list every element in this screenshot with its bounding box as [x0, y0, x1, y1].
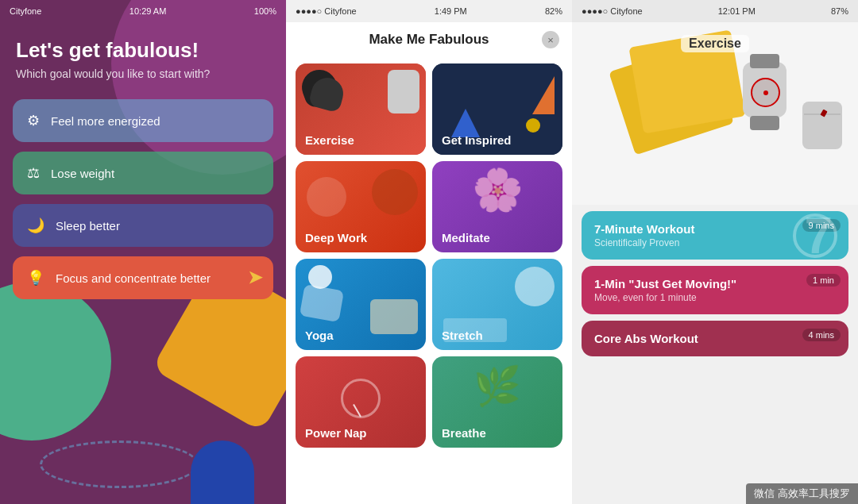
meditate-label: Meditate — [442, 231, 490, 244]
status-bar-2: ●●●●○ Cityfone 1:49 PM 82% — [286, 0, 572, 22]
workout-1min-sub: Move, even for 1 minute — [594, 292, 836, 303]
inspired-circle — [526, 118, 540, 133]
focus-arrow-icon: ➤ — [248, 267, 262, 288]
card-deepwork[interactable]: Deep Work — [296, 161, 426, 252]
card-breathe[interactable]: 🌿 Breathe — [432, 356, 562, 448]
sleep-icon: 🌙 — [27, 217, 44, 234]
battery-1: 100% — [254, 6, 276, 16]
stretch-label: Stretch — [442, 329, 483, 342]
breathe-label: Breathe — [442, 426, 486, 440]
card-meditate[interactable]: 🌸 Meditate — [432, 161, 562, 252]
workout-core[interactable]: 4 mins Core Abs Workout — [582, 321, 848, 356]
bg-decoration-2 — [0, 282, 111, 441]
yoga-body — [300, 284, 344, 322]
modal-header: Make Me Fabulous × — [286, 22, 572, 57]
workout-1min-time: 1 min — [806, 274, 841, 287]
deepwork-circle2 — [307, 177, 346, 217]
road-decoration — [40, 441, 199, 488]
powernap-label: Power Nap — [305, 426, 367, 440]
workout-1min-title: 1-Min "Just Get Moving!" — [594, 277, 836, 290]
carrier-2: ●●●●○ Cityfone — [296, 6, 357, 16]
yoga-mat — [370, 299, 418, 334]
option-energized[interactable]: ⚙ Feel more energized — [13, 99, 273, 142]
workout-7min[interactable]: 9 mins 7 7-Minute Workout Scientifically… — [582, 211, 848, 260]
card-powernap[interactable]: Power Nap — [296, 356, 426, 448]
card-yoga[interactable]: Yoga — [296, 259, 426, 350]
watch-face — [751, 78, 780, 107]
hero-section: Exercise — [572, 22, 858, 205]
inspired-label: Get Inspired — [442, 133, 512, 147]
card-stretch[interactable]: Stretch — [432, 259, 562, 350]
time-1: 10:29 AM — [129, 6, 166, 16]
energized-icon: ⚙ — [27, 112, 40, 129]
screen3: ●●●●○ Cityfone 12:01 PM 87% Exercise 9 m… — [572, 0, 858, 504]
deepwork-circle — [372, 169, 418, 215]
sleep-label: Sleep better — [56, 219, 120, 233]
card-inspired[interactable]: Get Inspired — [432, 63, 562, 155]
option-weight[interactable]: ⚖ Lose weight — [13, 152, 273, 194]
workout-list: 9 mins 7 7-Minute Workout Scientifically… — [572, 205, 858, 369]
close-button[interactable]: × — [542, 31, 559, 48]
yoga-label: Yoga — [305, 329, 334, 342]
weight-icon: ⚖ — [27, 164, 40, 182]
blue-shape-decoration — [191, 441, 254, 504]
inspired-arrow — [532, 76, 555, 114]
workout-core-title: Core Abs Workout — [594, 332, 836, 345]
screen1-subtitle: Which goal would you like to start with? — [16, 67, 270, 80]
focus-label: Focus and concentrate better — [56, 271, 211, 285]
watch-button — [763, 90, 768, 95]
workout-1min[interactable]: 1 min 1-Min "Just Get Moving!" Move, eve… — [582, 266, 848, 314]
weight-label: Lose weight — [51, 167, 114, 180]
hero-exercise-label: Exercise — [681, 35, 749, 52]
status-bar-3: ●●●●○ Cityfone 12:01 PM 87% — [572, 0, 858, 22]
battery-3: 87% — [831, 6, 848, 16]
modal-title: Make Me Fabulous — [369, 32, 489, 48]
title-area-1: Let's get fabulous! Which goal would you… — [0, 22, 286, 99]
scale-hero — [802, 102, 842, 149]
options-list: ⚙ Feel more energized ⚖ Lose weight 🌙 Sl… — [0, 99, 286, 299]
workout-7min-number: 7 — [804, 211, 833, 260]
option-sleep[interactable]: 🌙 Sleep better — [13, 204, 273, 247]
screen1-title: Let's get fabulous! — [16, 38, 270, 63]
screen2: ●●●●○ Cityfone 1:49 PM 82% Make Me Fabul… — [286, 0, 572, 504]
workout-core-time: 4 mins — [802, 329, 841, 341]
scale-decoration — [388, 70, 419, 113]
battery-2: 82% — [545, 6, 562, 16]
card-exercise[interactable]: Exercise — [296, 63, 426, 155]
option-focus[interactable]: 💡 Focus and concentrate better ➤ — [13, 256, 273, 299]
time-3: 12:01 PM — [718, 6, 756, 16]
lotus-icon: 🌸 — [472, 169, 524, 210]
time-2: 1:49 PM — [435, 6, 467, 16]
status-bar-1: Cityfone 10:29 AM 100% — [0, 0, 286, 22]
carrier-3: ●●●●○ Cityfone — [582, 6, 643, 16]
focus-icon: 💡 — [27, 269, 44, 287]
cards-grid: Exercise Get Inspired Deep Work 🌸 Medita… — [286, 57, 572, 454]
carrier-1: Cityfone — [10, 6, 41, 16]
watch-band-bottom — [750, 116, 779, 130]
breathe-icon: 🌿 — [473, 364, 521, 409]
stretch-ball — [515, 267, 555, 306]
deepwork-label: Deep Work — [305, 231, 367, 244]
watch-band-top — [750, 54, 779, 68]
energized-label: Feel more energized — [51, 114, 160, 128]
exercise-label: Exercise — [305, 133, 354, 147]
watermark: 微信 高效率工具搜罗 — [746, 483, 858, 504]
powernap-clock — [341, 379, 381, 418]
screen1: Cityfone 10:29 AM 100% Let's get fabulou… — [0, 0, 286, 504]
